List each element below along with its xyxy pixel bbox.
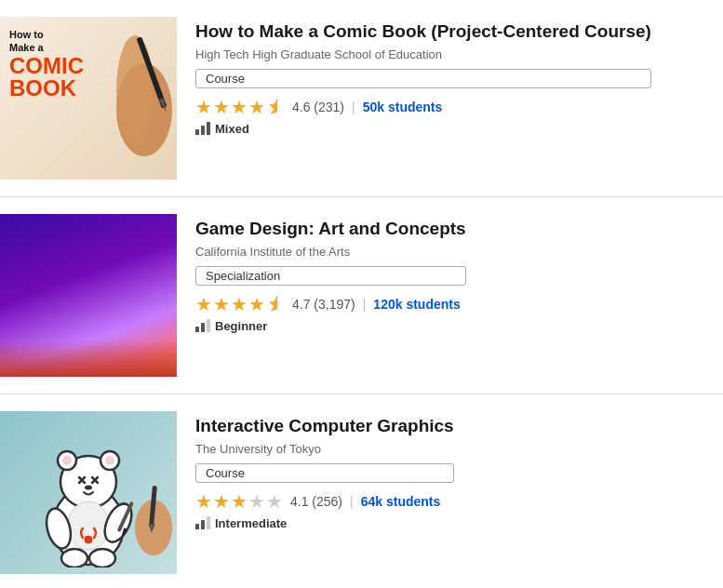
- course-item: How to Make a COMIC BOOK: [0, 0, 723, 197]
- course-thumbnail[interactable]: [0, 214, 177, 377]
- course-level-row: Mixed: [195, 122, 651, 136]
- course-rating-row: ★ ★ ★ ★ ★ 4.1 (256) | 64k students: [195, 492, 454, 511]
- svg-point-14: [62, 456, 72, 465]
- course-title[interactable]: Interactive Computer Graphics: [195, 415, 454, 438]
- course-rating-row: ★ ★ ★ ★ ⯨ 4.7 (3,197) | 120k students: [195, 295, 466, 314]
- stars: ★ ★ ★ ★ ★: [195, 492, 283, 511]
- star-2: ★: [213, 492, 230, 511]
- course-level-row: Beginner: [195, 319, 466, 333]
- students-count: 64k students: [361, 494, 441, 509]
- level-label: Intermediate: [215, 516, 287, 530]
- svg-rect-5: [195, 129, 199, 135]
- svg-point-2: [116, 35, 154, 147]
- course-type-badge[interactable]: Course: [195, 463, 454, 483]
- rating-value: 4.7 (3,197): [292, 297, 355, 312]
- rating-divider: |: [350, 494, 354, 509]
- course-list: How to Make a COMIC BOOK: [0, 0, 723, 588]
- star-3: ★: [231, 295, 248, 314]
- course-type-badge[interactable]: Specialization: [195, 266, 466, 286]
- star-4: ★: [248, 295, 265, 314]
- course-info: How to Make a Comic Book (Project-Center…: [195, 17, 651, 136]
- students-count: 50k students: [363, 100, 443, 114]
- course-provider: California Institute of the Arts: [195, 245, 466, 259]
- course-title[interactable]: How to Make a Comic Book (Project-Center…: [195, 20, 651, 44]
- svg-point-16: [105, 456, 114, 465]
- course-level-row: Intermediate: [195, 516, 454, 530]
- course-type-badge[interactable]: Course: [195, 69, 651, 88]
- level-label: Beginner: [215, 319, 267, 333]
- star-2: ★: [213, 98, 230, 116]
- svg-rect-10: [207, 319, 210, 332]
- rating-divider: |: [363, 297, 367, 312]
- svg-rect-34: [201, 520, 205, 529]
- rating-value: 4.1 (256): [290, 494, 342, 509]
- course-item: Interactive Computer Graphics The Univer…: [0, 394, 723, 588]
- course-thumbnail[interactable]: How to Make a COMIC BOOK: [0, 17, 177, 180]
- star-4: ★: [248, 98, 265, 116]
- star-2: ★: [213, 295, 230, 314]
- svg-point-29: [85, 536, 92, 543]
- svg-rect-6: [201, 126, 205, 135]
- star-4: ★: [248, 492, 265, 511]
- svg-rect-33: [195, 524, 199, 529]
- star-3: ★: [231, 492, 248, 511]
- course-thumbnail[interactable]: [0, 411, 177, 574]
- star-3: ★: [231, 98, 248, 116]
- svg-rect-7: [207, 122, 210, 135]
- stars: ★ ★ ★ ★ ⯨: [195, 98, 285, 116]
- level-icon: [195, 516, 210, 529]
- star-5: ★: [266, 492, 283, 511]
- star-5: ⯨: [266, 295, 285, 314]
- svg-rect-9: [201, 323, 205, 332]
- star-5: ⯨: [266, 98, 285, 116]
- course-provider: High Tech High Graduate School of Educat…: [195, 47, 651, 61]
- course-info: Interactive Computer Graphics The Univer…: [195, 411, 454, 530]
- course-info: Game Design: Art and Concepts California…: [195, 214, 466, 333]
- svg-rect-35: [207, 516, 210, 529]
- course-item: Game Design: Art and Concepts California…: [0, 197, 723, 394]
- svg-point-28: [89, 549, 115, 568]
- students-count: 120k students: [373, 297, 460, 312]
- star-1: ★: [195, 295, 212, 314]
- level-label: Mixed: [215, 122, 249, 136]
- course-rating-row: ★ ★ ★ ★ ⯨ 4.6 (231) | 50k students: [195, 98, 651, 116]
- star-1: ★: [195, 492, 212, 511]
- svg-point-27: [61, 549, 87, 568]
- level-icon: [195, 319, 210, 332]
- rating-value: 4.6 (231): [292, 100, 344, 114]
- star-1: ★: [195, 98, 212, 116]
- level-icon: [195, 122, 210, 135]
- svg-rect-8: [195, 327, 199, 332]
- course-title[interactable]: Game Design: Art and Concepts: [195, 218, 466, 241]
- course-provider: The University of Tokyo: [195, 442, 454, 456]
- stars: ★ ★ ★ ★ ⯨: [195, 295, 285, 314]
- svg-point-21: [85, 485, 92, 489]
- rating-divider: |: [352, 100, 355, 114]
